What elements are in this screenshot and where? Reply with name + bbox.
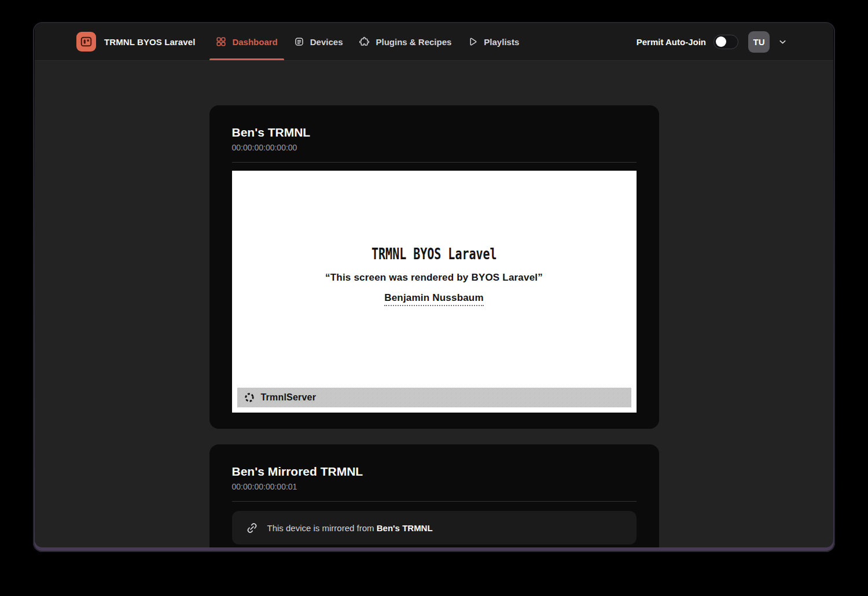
nav-item-devices[interactable]: Devices xyxy=(286,23,351,60)
link-icon xyxy=(245,521,259,535)
device-card-bens-trmnl: Ben's TRMNL 00:00:00:00:00:00 TRMNL BYOS… xyxy=(209,105,659,429)
device-name: Ben's Mirrored TRMNL xyxy=(232,464,637,479)
nav-item-playlists[interactable]: Playlists xyxy=(459,23,527,60)
puzzle-icon xyxy=(359,36,370,47)
permit-auto-join-toggle[interactable] xyxy=(713,35,738,49)
mirror-notice-prefix: This device is mirrored from xyxy=(267,523,377,533)
screen-footer-bar: TrmnlServer xyxy=(237,388,631,407)
spinner-icon xyxy=(244,392,255,403)
app-window-frame: TRMNL BYOS Laravel Dashboard xyxy=(33,22,835,552)
device-card-bens-mirrored-trmnl: Ben's Mirrored TRMNL 00:00:00:00:00:01 T… xyxy=(209,444,659,547)
mirror-source-device: Ben's TRMNL xyxy=(377,523,433,533)
nav-item-dashboard[interactable]: Dashboard xyxy=(208,23,285,60)
screen-footer-plugin-label: TrmnlServer xyxy=(261,392,317,403)
nav-label: Devices xyxy=(310,37,343,47)
permit-auto-join-label: Permit Auto-Join xyxy=(637,37,706,47)
divider xyxy=(232,162,637,163)
device-mac-address: 00:00:00:00:00:01 xyxy=(232,482,637,492)
device-name: Ben's TRMNL xyxy=(232,125,637,140)
dashboard-grid-icon xyxy=(216,36,226,47)
app-window: TRMNL BYOS Laravel Dashboard xyxy=(35,23,833,547)
header-right-controls: Permit Auto-Join TU xyxy=(637,23,788,60)
dashboard-content: Ben's TRMNL 00:00:00:00:00:00 TRMNL BYOS… xyxy=(35,61,833,547)
device-screen-preview: TRMNL BYOS Laravel “This screen was rend… xyxy=(232,171,637,413)
nav-label: Playlists xyxy=(484,37,519,47)
devices-icon xyxy=(294,36,304,47)
divider xyxy=(232,501,637,502)
nav-item-plugins-recipes[interactable]: Plugins & Recipes xyxy=(351,23,459,60)
play-icon xyxy=(468,36,478,47)
screen-title: TRMNL BYOS Laravel xyxy=(372,245,497,263)
brand[interactable]: TRMNL BYOS Laravel xyxy=(76,23,195,60)
device-mac-address: 00:00:00:00:00:00 xyxy=(232,143,637,153)
mirror-notice-text: This device is mirrored from Ben's TRMNL xyxy=(267,523,433,533)
nav-label: Plugins & Recipes xyxy=(376,37,451,47)
screen-author-link: Benjamin Nussbaum xyxy=(384,292,484,306)
toggle-knob xyxy=(716,36,726,47)
main-nav: Dashboard Devices xyxy=(208,23,527,60)
app-title: TRMNL BYOS Laravel xyxy=(104,37,195,47)
screen-quote: “This screen was rendered by BYOS Larave… xyxy=(325,272,543,284)
nav-label: Dashboard xyxy=(232,37,277,47)
user-avatar[interactable]: TU xyxy=(748,31,770,53)
screen-body: TRMNL BYOS Laravel “This screen was rend… xyxy=(232,245,637,306)
top-navbar: TRMNL BYOS Laravel Dashboard xyxy=(35,23,833,61)
mirror-notice: This device is mirrored from Ben's TRMNL xyxy=(232,511,637,545)
user-menu-chevron-down-icon[interactable] xyxy=(777,36,788,47)
trmnl-logo-icon xyxy=(76,32,96,51)
